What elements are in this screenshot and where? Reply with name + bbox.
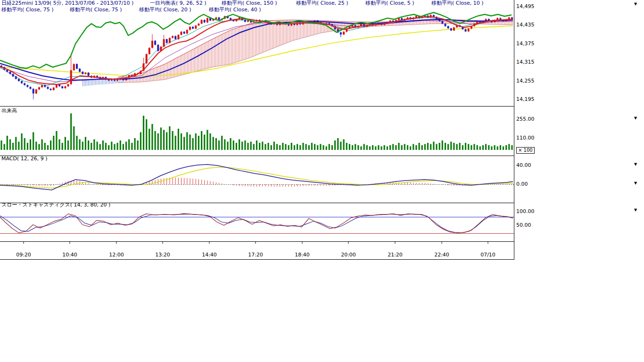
candle-body [218,17,220,20]
volume-bar [421,145,423,150]
volume-bar [363,144,365,150]
volume-bar [308,145,310,150]
volume-tick-label: 110.00 [516,135,535,141]
stoch-panel-title: スロー・ストキャスティクス( 14, 3, 80, 20 ) [1,202,110,208]
volume-bar [59,140,60,150]
volume-bar [166,132,167,150]
time-label: 22:40 [434,252,449,258]
volume-bar [99,144,101,150]
volume-bar [198,136,199,150]
volume-bar [215,138,217,150]
volume-bar [334,140,336,150]
volume-bar [149,129,150,150]
volume-bar [163,130,165,150]
stoch-tick-label: 50.00 [516,222,531,228]
stochastics-panel [0,214,514,233]
volume-bar [407,145,408,150]
volume-bar [44,143,46,150]
macd-tick-label: 0.00 [516,181,528,187]
price-tick-label: 14,435 [516,22,535,28]
volume-bar [404,144,405,150]
time-label: 12:00 [109,252,124,258]
candle-body [465,29,467,32]
volume-bar [79,140,81,150]
volume-bar [401,145,403,150]
macd-scale-down-arrow-icon[interactable]: ▼ [632,162,639,167]
volume-bar [322,145,324,150]
candle-body [151,41,153,48]
candle-body [468,29,470,32]
volume-multiplier-badge: × 100 [516,147,535,154]
volume-bar [471,145,472,150]
volume-bar [430,144,431,150]
candle-body [244,20,246,22]
volume-bar [218,140,220,150]
volume-bar [392,144,394,150]
candle-body [343,32,345,34]
volume-bar [366,145,368,150]
candle-body [116,80,118,81]
volume-bar [230,138,231,150]
volume-bar [413,144,414,150]
volume-scale-down-arrow-icon[interactable]: ▼ [632,116,639,121]
volume-bar [56,131,57,150]
volume-bar [125,142,127,150]
volume-bar [491,147,492,150]
volume-bar [15,137,17,150]
indicator-ma25: 移動平均( Close, 25 ) [296,0,348,6]
candle-body [453,27,455,31]
candle-body [70,70,72,84]
volume-bar [288,145,289,150]
volume-bar [424,144,426,150]
volume-bar [372,145,373,150]
volume-bar [97,142,98,150]
time-label: 13:20 [155,252,170,258]
volume-bar [134,138,136,150]
candle-body [53,88,55,90]
candle-body [415,16,417,17]
volume-bar [264,144,266,150]
stoch-tick-label: 100.00 [516,209,535,214]
volume-bar [123,144,124,150]
volume-bar [186,132,188,150]
volume-bar [47,145,49,150]
volume-bar [468,144,469,150]
volume-bar [291,143,292,150]
candle-body [340,33,342,35]
candle-body [192,27,194,29]
volume-bar [494,145,495,150]
stoch-scale-down-arrow-icon[interactable]: ▼ [632,208,639,213]
volume-bar [41,140,43,150]
volume-panel-title: 出来高 [1,108,17,114]
candle-body [61,86,63,88]
volume-bar [91,143,92,150]
volume-bar [137,140,139,150]
volume-bar [7,136,8,150]
volume-bar [415,145,417,150]
candle-body [288,25,289,26]
volume-bar [146,119,147,150]
volume-bar [73,126,74,150]
volume-bar [117,143,118,150]
volume-bar [276,144,278,150]
macd-zero-down-arrow-icon[interactable]: ▼ [632,181,639,186]
volume-bar [155,131,156,150]
indicator-ichimoku: 一目均衡表( 9, 26, 52 ) [150,0,206,6]
volume-bar [473,144,475,150]
volume-bar [247,143,248,150]
candle-body [157,45,159,51]
volume-bar [192,138,194,150]
volume-bar [241,142,243,150]
candle-body [154,41,156,45]
candle-body [67,84,69,87]
chart-canvas[interactable] [0,0,644,264]
candle-body [215,17,217,19]
volume-bar [4,144,5,150]
price-scale-down-arrow-icon[interactable]: ▼ [632,2,639,7]
candle-body [73,64,75,70]
indicator-ma40: 移動平均( Close, 40 ) [209,7,261,13]
candle-body [18,79,20,81]
volume-bar [378,145,379,150]
candle-body [9,72,11,74]
price-tick-label: 14,375 [516,41,535,47]
